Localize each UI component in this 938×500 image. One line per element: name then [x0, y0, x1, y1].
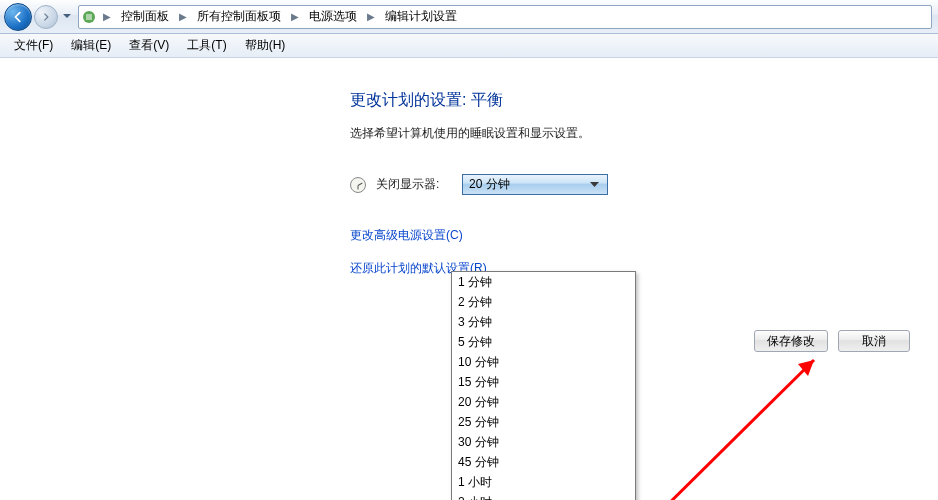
svg-marker-2 [798, 360, 814, 376]
chevron-right-icon: ▶ [99, 11, 115, 22]
dropdown-option[interactable]: 2 小时 [452, 492, 635, 500]
turn-off-display-value: 20 分钟 [469, 176, 586, 193]
dropdown-option[interactable]: 5 分钟 [452, 332, 635, 352]
page-description: 选择希望计算机使用的睡眠设置和显示设置。 [350, 125, 938, 142]
dropdown-option[interactable]: 1 小时 [452, 472, 635, 492]
dropdown-option[interactable]: 45 分钟 [452, 452, 635, 472]
dropdown-option[interactable]: 2 分钟 [452, 292, 635, 312]
dropdown-option[interactable]: 30 分钟 [452, 432, 635, 452]
turn-off-display-label: 关闭显示器: [376, 176, 452, 193]
menu-view[interactable]: 查看(V) [121, 35, 177, 56]
dropdown-option[interactable]: 1 分钟 [452, 272, 635, 292]
advanced-power-settings-link[interactable]: 更改高级电源设置(C) [350, 227, 938, 244]
turn-off-display-dropdown[interactable]: 1 分钟2 分钟3 分钟5 分钟10 分钟15 分钟20 分钟25 分钟30 分… [451, 271, 636, 500]
address-bar: ▶ 控制面板 ▶ 所有控制面板项 ▶ 电源选项 ▶ 编辑计划设置 [0, 0, 938, 34]
back-button[interactable] [4, 3, 32, 31]
dropdown-option[interactable]: 10 分钟 [452, 352, 635, 372]
save-button[interactable]: 保存修改 [754, 330, 828, 352]
chevron-right-icon: ▶ [175, 11, 191, 22]
breadcrumb-item[interactable]: 编辑计划设置 [381, 6, 461, 27]
menu-file[interactable]: 文件(F) [6, 35, 61, 56]
clock-icon [350, 177, 366, 193]
breadcrumb-item[interactable]: 所有控制面板项 [193, 6, 285, 27]
menu-tools[interactable]: 工具(T) [179, 35, 234, 56]
nav-buttons [4, 3, 74, 31]
page-title: 更改计划的设置: 平衡 [350, 90, 938, 111]
history-dropdown-button[interactable] [60, 5, 74, 29]
svg-line-1 [642, 360, 814, 500]
menu-bar: 文件(F) 编辑(E) 查看(V) 工具(T) 帮助(H) [0, 34, 938, 58]
content-area: 更改计划的设置: 平衡 选择希望计算机使用的睡眠设置和显示设置。 关闭显示器: … [0, 58, 938, 277]
restore-defaults-link[interactable]: 还原此计划的默认设置(R) [350, 260, 938, 277]
dialog-buttons: 保存修改 取消 [754, 330, 910, 352]
chevron-right-icon: ▶ [363, 11, 379, 22]
turn-off-display-select[interactable]: 20 分钟 [462, 174, 608, 195]
breadcrumb-item[interactable]: 电源选项 [305, 6, 361, 27]
dropdown-option[interactable]: 25 分钟 [452, 412, 635, 432]
breadcrumb-item[interactable]: 控制面板 [117, 6, 173, 27]
breadcrumb[interactable]: ▶ 控制面板 ▶ 所有控制面板项 ▶ 电源选项 ▶ 编辑计划设置 [78, 5, 932, 29]
chevron-right-icon: ▶ [287, 11, 303, 22]
menu-edit[interactable]: 编辑(E) [63, 35, 119, 56]
control-panel-icon [81, 9, 97, 25]
menu-help[interactable]: 帮助(H) [237, 35, 294, 56]
dropdown-option[interactable]: 20 分钟 [452, 392, 635, 412]
chevron-down-icon [586, 182, 603, 188]
turn-off-display-row: 关闭显示器: 20 分钟 [350, 174, 938, 195]
annotation-arrow [638, 346, 838, 500]
cancel-button[interactable]: 取消 [838, 330, 910, 352]
forward-button[interactable] [34, 5, 58, 29]
dropdown-option[interactable]: 3 分钟 [452, 312, 635, 332]
dropdown-option[interactable]: 15 分钟 [452, 372, 635, 392]
